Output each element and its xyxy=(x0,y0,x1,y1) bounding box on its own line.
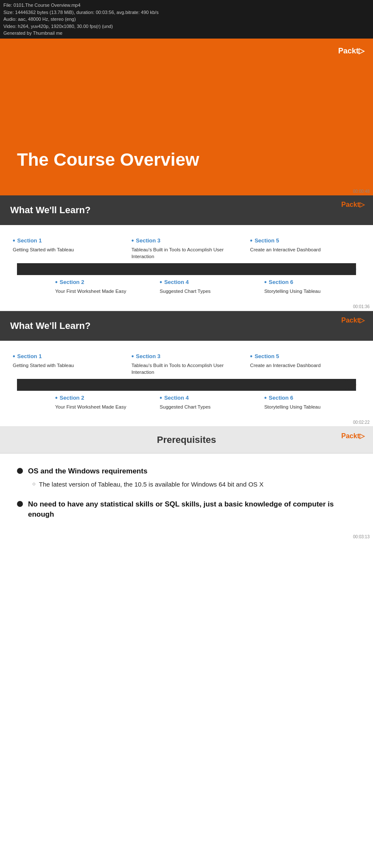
prereq-sub-item-1: ○ The latest version of Tableau, the 10.… xyxy=(32,480,264,490)
section-item-1: Section 1 Getting Started with Tableau xyxy=(8,234,127,256)
learn-header-2: What We'll Learn? xyxy=(10,320,363,331)
slide-prerequisites: Prerequisites Packt▷ OS and the Windows … xyxy=(0,427,373,541)
section-6-desc: Storytelling Using Tableau xyxy=(264,288,360,295)
packt-logo-slide1: Packt▷ xyxy=(338,46,365,56)
timeline-arrow-2 xyxy=(17,379,356,391)
prereq-list: OS and the Windows requirements ○ The la… xyxy=(17,466,356,520)
section-4-desc: Suggested Chart Types xyxy=(160,288,255,295)
bottom-section-2: Section 2 Your First Worksheet Made Easy xyxy=(51,275,155,298)
packt-logo-slide2: Packt▷ xyxy=(341,200,365,209)
section-3b-desc: Tableau's Built in Tools to Accomplish U… xyxy=(132,362,242,376)
section-3-desc: Tableau's Built in Tools to Accomplish U… xyxy=(132,246,242,260)
bottom-section-6b: Section 6 Storytelling Using Tableau xyxy=(260,391,365,414)
file-info-line1: File: 0101.The Course Overview.mp4 xyxy=(3,2,370,9)
timestamp-slide1: 00:00:48 xyxy=(353,189,370,194)
sections-container-1: Section 1 Getting Started with Tableau S… xyxy=(0,225,373,311)
section-2-number: Section 2 xyxy=(55,278,151,286)
section-5b-desc: Create an Interactive Dashboard xyxy=(250,362,360,369)
file-info-line2: Size: 14446362 bytes (13.78 MiB), durati… xyxy=(3,9,370,16)
arrow-bar-inner-2 xyxy=(17,379,356,391)
bottom-section-4: Section 4 Suggested Chart Types xyxy=(155,275,260,298)
section-5-desc: Create an Interactive Dashboard xyxy=(250,246,360,253)
section-item-3: Section 3 Tableau's Built in Tools to Ac… xyxy=(127,234,246,263)
top-row-2: Section 1 Getting Started with Tableau S… xyxy=(8,349,365,379)
section-3-number: Section 3 xyxy=(132,237,242,245)
prereq-item-1-body: OS and the Windows requirements ○ The la… xyxy=(28,466,264,491)
timeline-arrow-1 xyxy=(17,263,356,275)
arrow-bar-inner-1 xyxy=(17,263,356,275)
section-2b-number: Section 2 xyxy=(55,394,151,402)
dark-header-1: Packt▷ What We'll Learn? xyxy=(0,195,373,225)
timestamp-slide4: 00:03:13 xyxy=(353,534,370,539)
slide-hero: Packt▷ The Course Overview 00:00:48 xyxy=(0,39,373,195)
prereq-sub-list-1: ○ The latest version of Tableau, the 10.… xyxy=(28,480,264,490)
prereq-main-1: OS and the Windows requirements xyxy=(28,466,264,476)
timestamp-slide3: 00:02:22 xyxy=(353,420,370,425)
prereq-item-1: OS and the Windows requirements ○ The la… xyxy=(17,466,356,491)
section-4b-number: Section 4 xyxy=(160,394,255,402)
section-6-number: Section 6 xyxy=(264,278,360,286)
learn-header-1: What We'll Learn? xyxy=(10,205,363,216)
hero-title: The Course Overview xyxy=(17,150,229,170)
prereq-main-2: No need to have any statistical skills o… xyxy=(28,499,356,520)
slide-learn-1: Packt▷ What We'll Learn? Section 1 Getti… xyxy=(0,195,373,311)
top-row-1: Section 1 Getting Started with Tableau S… xyxy=(8,234,365,263)
timestamp-slide2: 00:01:36 xyxy=(353,304,370,309)
section-4b-desc: Suggested Chart Types xyxy=(160,403,255,410)
section-1-number: Section 1 xyxy=(13,237,123,245)
section-item-3b: Section 3 Tableau's Built in Tools to Ac… xyxy=(127,349,246,379)
file-info-line5: Generated by Thumbnail me xyxy=(3,30,370,37)
packt-logo-slide3: Packt▷ xyxy=(341,316,365,324)
section-1b-number: Section 1 xyxy=(13,353,123,360)
section-3b-number: Section 3 xyxy=(132,353,242,360)
bottom-spacer-1 xyxy=(8,275,51,298)
prereq-title: Prerequisites xyxy=(157,434,216,445)
section-2-desc: Your First Worksheet Made Easy xyxy=(55,288,151,295)
prereq-item-2: No need to have any statistical skills o… xyxy=(17,499,356,520)
bottom-row-1: Section 2 Your First Worksheet Made Easy… xyxy=(8,275,365,298)
bottom-spacer-2 xyxy=(8,391,51,414)
file-info-bar: File: 0101.The Course Overview.mp4 Size:… xyxy=(0,0,373,39)
section-5-number: Section 5 xyxy=(250,237,360,245)
sections-container-2: Section 1 Getting Started with Tableau S… xyxy=(0,341,373,426)
section-item-5b: Section 5 Create an Interactive Dashboar… xyxy=(246,349,365,372)
section-1b-desc: Getting Started with Tableau xyxy=(13,362,123,369)
section-2b-desc: Your First Worksheet Made Easy xyxy=(55,403,151,410)
bottom-section-6: Section 6 Storytelling Using Tableau xyxy=(260,275,365,298)
section-6b-desc: Storytelling Using Tableau xyxy=(264,403,360,410)
file-info-line4: Video: h264, yuv420p, 1920x1080, 30.00 f… xyxy=(3,23,370,30)
section-item-5: Section 5 Create an Interactive Dashboar… xyxy=(246,234,365,256)
section-6b-number: Section 6 xyxy=(264,394,360,402)
packt-logo-slide4: Packt▷ xyxy=(341,432,365,440)
dark-header-2: Packt▷ What We'll Learn? xyxy=(0,311,373,341)
section-5b-number: Section 5 xyxy=(250,353,360,360)
prereq-sub-text-1: The latest version of Tableau, the 10.5 … xyxy=(39,480,264,490)
bottom-section-2b: Section 2 Your First Worksheet Made Easy xyxy=(51,391,155,414)
section-1-desc: Getting Started with Tableau xyxy=(13,246,123,253)
file-info-line3: Audio: aac, 48000 Hz, stereo (eng) xyxy=(3,16,370,23)
bullet-2 xyxy=(17,501,23,507)
bullet-1 xyxy=(17,468,23,474)
bottom-row-2: Section 2 Your First Worksheet Made Easy… xyxy=(8,391,365,414)
slide-learn-2: Packt▷ What We'll Learn? Section 1 Getti… xyxy=(0,311,373,427)
bottom-section-4b: Section 4 Suggested Chart Types xyxy=(155,391,260,414)
section-item-1b: Section 1 Getting Started with Tableau xyxy=(8,349,127,372)
section-4-number: Section 4 xyxy=(160,278,255,286)
prereq-header: Prerequisites Packt▷ xyxy=(0,427,373,453)
prereq-content: OS and the Windows requirements ○ The la… xyxy=(0,453,373,541)
sub-bullet-icon-1: ○ xyxy=(32,481,36,487)
